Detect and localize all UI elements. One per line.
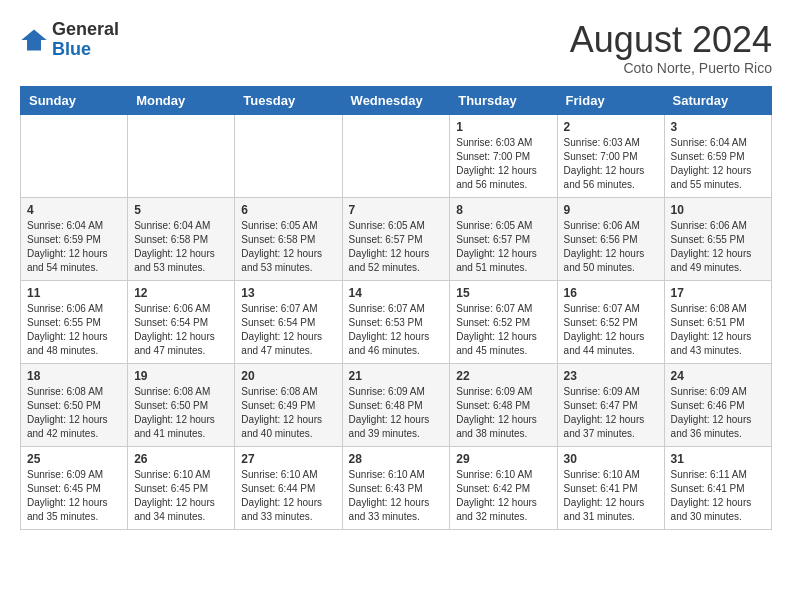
month-title: August 2024 (570, 20, 772, 60)
calendar-cell: 18Sunrise: 6:08 AM Sunset: 6:50 PM Dayli… (21, 363, 128, 446)
day-number: 17 (671, 286, 765, 300)
calendar-cell: 25Sunrise: 6:09 AM Sunset: 6:45 PM Dayli… (21, 446, 128, 529)
calendar-cell: 21Sunrise: 6:09 AM Sunset: 6:48 PM Dayli… (342, 363, 450, 446)
day-number: 23 (564, 369, 658, 383)
day-info: Sunrise: 6:06 AM Sunset: 6:55 PM Dayligh… (671, 219, 765, 275)
calendar-cell: 2Sunrise: 6:03 AM Sunset: 7:00 PM Daylig… (557, 114, 664, 197)
calendar-cell: 13Sunrise: 6:07 AM Sunset: 6:54 PM Dayli… (235, 280, 342, 363)
day-info: Sunrise: 6:06 AM Sunset: 6:54 PM Dayligh… (134, 302, 228, 358)
calendar-week-row: 25Sunrise: 6:09 AM Sunset: 6:45 PM Dayli… (21, 446, 772, 529)
logo-general-text: General (52, 20, 119, 40)
calendar-cell: 11Sunrise: 6:06 AM Sunset: 6:55 PM Dayli… (21, 280, 128, 363)
weekday-header: Tuesday (235, 86, 342, 114)
calendar-week-row: 4Sunrise: 6:04 AM Sunset: 6:59 PM Daylig… (21, 197, 772, 280)
day-info: Sunrise: 6:08 AM Sunset: 6:50 PM Dayligh… (27, 385, 121, 441)
calendar-cell (342, 114, 450, 197)
day-number: 24 (671, 369, 765, 383)
day-number: 27 (241, 452, 335, 466)
day-number: 28 (349, 452, 444, 466)
page-header: General Blue August 2024 Coto Norte, Pue… (20, 20, 772, 76)
day-number: 11 (27, 286, 121, 300)
calendar-cell: 6Sunrise: 6:05 AM Sunset: 6:58 PM Daylig… (235, 197, 342, 280)
day-number: 16 (564, 286, 658, 300)
day-number: 4 (27, 203, 121, 217)
day-number: 7 (349, 203, 444, 217)
day-info: Sunrise: 6:04 AM Sunset: 6:59 PM Dayligh… (671, 136, 765, 192)
day-number: 30 (564, 452, 658, 466)
day-number: 1 (456, 120, 550, 134)
day-number: 2 (564, 120, 658, 134)
day-number: 19 (134, 369, 228, 383)
calendar-cell: 22Sunrise: 6:09 AM Sunset: 6:48 PM Dayli… (450, 363, 557, 446)
day-info: Sunrise: 6:10 AM Sunset: 6:42 PM Dayligh… (456, 468, 550, 524)
day-info: Sunrise: 6:05 AM Sunset: 6:57 PM Dayligh… (456, 219, 550, 275)
day-info: Sunrise: 6:03 AM Sunset: 7:00 PM Dayligh… (564, 136, 658, 192)
day-number: 29 (456, 452, 550, 466)
calendar-cell (21, 114, 128, 197)
calendar-cell: 19Sunrise: 6:08 AM Sunset: 6:50 PM Dayli… (128, 363, 235, 446)
weekday-header: Saturday (664, 86, 771, 114)
day-info: Sunrise: 6:10 AM Sunset: 6:41 PM Dayligh… (564, 468, 658, 524)
day-number: 22 (456, 369, 550, 383)
calendar-cell (128, 114, 235, 197)
day-number: 10 (671, 203, 765, 217)
calendar-header-row: SundayMondayTuesdayWednesdayThursdayFrid… (21, 86, 772, 114)
day-number: 6 (241, 203, 335, 217)
location-text: Coto Norte, Puerto Rico (570, 60, 772, 76)
title-block: August 2024 Coto Norte, Puerto Rico (570, 20, 772, 76)
day-info: Sunrise: 6:06 AM Sunset: 6:55 PM Dayligh… (27, 302, 121, 358)
calendar-cell: 23Sunrise: 6:09 AM Sunset: 6:47 PM Dayli… (557, 363, 664, 446)
day-info: Sunrise: 6:09 AM Sunset: 6:46 PM Dayligh… (671, 385, 765, 441)
calendar-cell: 3Sunrise: 6:04 AM Sunset: 6:59 PM Daylig… (664, 114, 771, 197)
day-info: Sunrise: 6:08 AM Sunset: 6:49 PM Dayligh… (241, 385, 335, 441)
day-info: Sunrise: 6:09 AM Sunset: 6:45 PM Dayligh… (27, 468, 121, 524)
day-number: 25 (27, 452, 121, 466)
day-info: Sunrise: 6:07 AM Sunset: 6:52 PM Dayligh… (456, 302, 550, 358)
day-info: Sunrise: 6:07 AM Sunset: 6:52 PM Dayligh… (564, 302, 658, 358)
day-info: Sunrise: 6:06 AM Sunset: 6:56 PM Dayligh… (564, 219, 658, 275)
calendar-cell: 12Sunrise: 6:06 AM Sunset: 6:54 PM Dayli… (128, 280, 235, 363)
logo: General Blue (20, 20, 119, 60)
calendar-cell: 1Sunrise: 6:03 AM Sunset: 7:00 PM Daylig… (450, 114, 557, 197)
day-info: Sunrise: 6:03 AM Sunset: 7:00 PM Dayligh… (456, 136, 550, 192)
day-number: 21 (349, 369, 444, 383)
weekday-header: Friday (557, 86, 664, 114)
calendar-week-row: 11Sunrise: 6:06 AM Sunset: 6:55 PM Dayli… (21, 280, 772, 363)
day-number: 5 (134, 203, 228, 217)
day-info: Sunrise: 6:07 AM Sunset: 6:53 PM Dayligh… (349, 302, 444, 358)
day-number: 12 (134, 286, 228, 300)
weekday-header: Monday (128, 86, 235, 114)
day-info: Sunrise: 6:08 AM Sunset: 6:50 PM Dayligh… (134, 385, 228, 441)
calendar-cell: 20Sunrise: 6:08 AM Sunset: 6:49 PM Dayli… (235, 363, 342, 446)
calendar-cell: 15Sunrise: 6:07 AM Sunset: 6:52 PM Dayli… (450, 280, 557, 363)
day-number: 8 (456, 203, 550, 217)
weekday-header: Sunday (21, 86, 128, 114)
day-info: Sunrise: 6:09 AM Sunset: 6:48 PM Dayligh… (456, 385, 550, 441)
calendar-cell: 10Sunrise: 6:06 AM Sunset: 6:55 PM Dayli… (664, 197, 771, 280)
day-number: 13 (241, 286, 335, 300)
calendar-cell: 26Sunrise: 6:10 AM Sunset: 6:45 PM Dayli… (128, 446, 235, 529)
weekday-header: Thursday (450, 86, 557, 114)
day-info: Sunrise: 6:07 AM Sunset: 6:54 PM Dayligh… (241, 302, 335, 358)
day-number: 15 (456, 286, 550, 300)
day-info: Sunrise: 6:05 AM Sunset: 6:58 PM Dayligh… (241, 219, 335, 275)
day-number: 9 (564, 203, 658, 217)
day-number: 3 (671, 120, 765, 134)
day-info: Sunrise: 6:09 AM Sunset: 6:48 PM Dayligh… (349, 385, 444, 441)
day-number: 31 (671, 452, 765, 466)
calendar-cell: 24Sunrise: 6:09 AM Sunset: 6:46 PM Dayli… (664, 363, 771, 446)
day-number: 26 (134, 452, 228, 466)
logo-icon (20, 26, 48, 54)
calendar-cell: 14Sunrise: 6:07 AM Sunset: 6:53 PM Dayli… (342, 280, 450, 363)
day-info: Sunrise: 6:04 AM Sunset: 6:59 PM Dayligh… (27, 219, 121, 275)
calendar-week-row: 18Sunrise: 6:08 AM Sunset: 6:50 PM Dayli… (21, 363, 772, 446)
day-info: Sunrise: 6:10 AM Sunset: 6:45 PM Dayligh… (134, 468, 228, 524)
calendar-cell: 8Sunrise: 6:05 AM Sunset: 6:57 PM Daylig… (450, 197, 557, 280)
calendar-table: SundayMondayTuesdayWednesdayThursdayFrid… (20, 86, 772, 530)
day-number: 14 (349, 286, 444, 300)
day-info: Sunrise: 6:11 AM Sunset: 6:41 PM Dayligh… (671, 468, 765, 524)
day-number: 20 (241, 369, 335, 383)
calendar-cell: 30Sunrise: 6:10 AM Sunset: 6:41 PM Dayli… (557, 446, 664, 529)
day-info: Sunrise: 6:04 AM Sunset: 6:58 PM Dayligh… (134, 219, 228, 275)
day-info: Sunrise: 6:09 AM Sunset: 6:47 PM Dayligh… (564, 385, 658, 441)
